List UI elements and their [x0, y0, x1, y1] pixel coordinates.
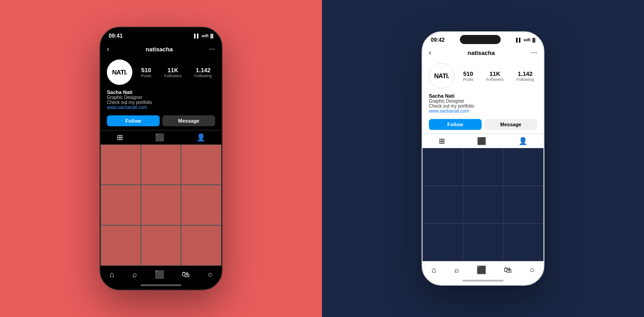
wifi-icon-light: wifi — [523, 38, 530, 42]
stat-following-value-light: 1.142 — [517, 70, 534, 77]
grid-cell-1-1-light[interactable] — [423, 148, 463, 186]
stat-followers-value-dark: 11K — [164, 67, 182, 74]
tagged-tab-light[interactable]: 👤 — [518, 137, 528, 145]
avatar-text-light: NATI. — [434, 72, 449, 79]
bio-link-dark[interactable]: www.sachanati.com — [107, 105, 215, 110]
search-nav-dark[interactable]: ⌕ — [132, 270, 137, 279]
grid-cell-2-1-light[interactable] — [423, 186, 463, 223]
grid-cell-1-2-light[interactable] — [463, 148, 503, 186]
home-nav-light[interactable]: ⌂ — [432, 266, 436, 275]
grid-cell-2-2-light[interactable] — [463, 186, 503, 223]
stat-followers-label-dark: Followers — [164, 74, 182, 78]
stat-following-value-dark: 1.142 — [195, 67, 212, 74]
bio-extra-light: Check out my portfolio — [429, 104, 537, 109]
shop-nav-dark[interactable]: 🛍 — [182, 270, 190, 279]
grid-cell-1-3-dark[interactable] — [181, 144, 221, 185]
stat-posts-light[interactable]: 510 Posts — [463, 70, 473, 82]
wifi-icon-dark: wifi — [201, 34, 208, 38]
stat-following-label-dark: Following — [195, 74, 212, 78]
profile-header-light: NATI. 510 Posts 11K Followers 1.142 Foll… — [423, 59, 543, 92]
battery-icon-dark: ▓ — [210, 34, 213, 38]
back-button-light[interactable]: ‹ — [429, 49, 431, 57]
profile-nav-light[interactable]: ○ — [530, 266, 534, 275]
grid-cell-3-3-dark[interactable] — [181, 225, 221, 266]
signal-icon-dark: ▌▌ — [194, 34, 200, 38]
status-bar-dark: 09:41 ▌▌ wifi ▓ — [101, 28, 221, 42]
top-nav-dark: ‹ natisacha ··· — [101, 42, 221, 56]
reels-tab-dark[interactable]: ⬛ — [155, 133, 164, 142]
grid-cell-2-3-dark[interactable] — [181, 185, 221, 225]
follow-button-light[interactable]: Follow — [429, 119, 482, 130]
tagged-tab-dark[interactable]: 👤 — [196, 133, 206, 142]
grid-wrapper-light — [423, 148, 543, 261]
grid-wrapper-dark — [101, 144, 221, 266]
follow-button-dark[interactable]: Follow — [107, 115, 160, 126]
stat-followers-light[interactable]: 11K Followers — [486, 70, 504, 82]
message-button-dark[interactable]: Message — [162, 115, 215, 126]
stat-followers-dark[interactable]: 11K Followers — [164, 67, 182, 78]
profile-nav-dark[interactable]: ○ — [208, 270, 212, 279]
message-button-light[interactable]: Message — [484, 119, 537, 130]
grid-tab-light[interactable]: ⊞ — [439, 137, 445, 145]
grid-cell-2-2-dark[interactable] — [141, 185, 181, 225]
bottom-nav-dark: ⌂ ⌕ ⬛ 🛍 ○ — [101, 266, 221, 281]
stat-posts-value-light: 510 — [463, 70, 473, 77]
stat-followers-value-light: 11K — [486, 70, 504, 77]
status-bar-light: 09:42 ▌▌ wifi ▓ — [423, 32, 543, 46]
stat-posts-label-light: Posts — [463, 77, 473, 82]
bio-name-dark: Sacha Nati — [107, 89, 215, 95]
status-icons-dark: ▌▌ wifi ▓ — [194, 34, 213, 38]
avatar-light: NATI. — [429, 63, 454, 89]
grid-tab-dark[interactable]: ⊞ — [117, 133, 123, 142]
status-time-light: 09:42 — [431, 37, 445, 43]
grid-cell-1-2-dark[interactable] — [141, 144, 181, 185]
right-panel: 09:42 ▌▌ wifi ▓ ‹ natisacha ··· NATI. — [322, 0, 644, 317]
avatar-text-dark: NATI. — [112, 69, 127, 76]
tab-bar-light: ⊞ ⬛ 👤 — [423, 134, 543, 148]
grid-row-3-dark — [101, 225, 221, 266]
home-indicator-light — [423, 277, 543, 285]
grid-cell-3-1-light[interactable] — [423, 223, 463, 261]
reels-tab-light[interactable]: ⬛ — [477, 137, 486, 145]
home-nav-dark[interactable]: ⌂ — [110, 270, 114, 279]
grid-cell-3-2-light[interactable] — [463, 223, 503, 261]
grid-cell-1-3-light[interactable] — [503, 148, 543, 186]
reels-nav-light[interactable]: ⬛ — [477, 265, 486, 275]
battery-icon-light: ▓ — [532, 38, 535, 42]
profile-header-dark: NATI. 510 Posts 11K Followers 1.142 Foll… — [101, 56, 221, 89]
phone-dark: 09:41 ▌▌ wifi ▓ ‹ natisacha ··· NATI. — [100, 27, 222, 290]
stats-row-light: 510 Posts 11K Followers 1.142 Following — [460, 70, 537, 82]
reels-nav-dark[interactable]: ⬛ — [155, 270, 164, 279]
stats-row-dark: 510 Posts 11K Followers 1.142 Following — [138, 67, 215, 78]
more-button-dark[interactable]: ··· — [209, 45, 215, 53]
more-button-light[interactable]: ··· — [531, 49, 537, 57]
phone-light: 09:42 ▌▌ wifi ▓ ‹ natisacha ··· NATI. — [422, 31, 544, 286]
action-buttons-light: Follow Message — [423, 117, 543, 134]
grid-cell-1-1-dark[interactable] — [101, 144, 141, 185]
signal-icon-light: ▌▌ — [516, 38, 522, 42]
username-dark: natisacha — [146, 46, 173, 53]
left-panel: 09:41 ▌▌ wifi ▓ ‹ natisacha ··· NATI. — [0, 0, 322, 317]
search-nav-light[interactable]: ⌕ — [454, 266, 459, 275]
stat-following-dark[interactable]: 1.142 Following — [195, 67, 212, 78]
stat-posts-label-dark: Posts — [141, 74, 151, 78]
grid-cell-2-3-light[interactable] — [503, 186, 543, 223]
bio-desc-dark: Graphic Designer — [107, 95, 215, 100]
status-time-dark: 09:41 — [109, 33, 123, 39]
bio-link-light[interactable]: www.sachanati.com — [429, 109, 537, 114]
grid-cell-3-2-dark[interactable] — [141, 225, 181, 266]
bio-section-dark: Sacha Nati Graphic Designer Check out my… — [101, 89, 221, 114]
grid-cell-3-1-dark[interactable] — [101, 225, 141, 266]
grid-row-2-light — [423, 186, 543, 223]
back-button-dark[interactable]: ‹ — [107, 45, 109, 53]
tab-bar-dark: ⊞ ⬛ 👤 — [101, 130, 221, 144]
dynamic-island-light — [460, 35, 501, 44]
stat-posts-dark[interactable]: 510 Posts — [141, 67, 151, 78]
stat-followers-label-light: Followers — [486, 77, 504, 82]
home-bar-light — [463, 280, 503, 282]
stat-following-light[interactable]: 1.142 Following — [517, 70, 534, 82]
grid-cell-3-3-light[interactable] — [503, 223, 543, 261]
stat-posts-value-dark: 510 — [141, 67, 151, 74]
grid-cell-2-1-dark[interactable] — [101, 185, 141, 225]
shop-nav-light[interactable]: 🛍 — [504, 266, 512, 275]
